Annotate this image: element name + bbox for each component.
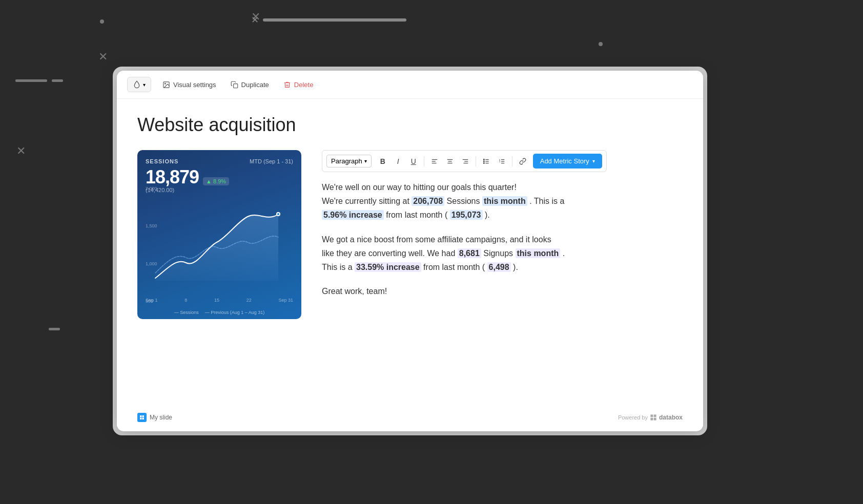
story-para1-line1: We're well on our way to hitting our goa… [322,183,517,192]
chart-x-label-2: 8 [184,298,187,303]
story-signups-value: 8,681 [458,248,481,258]
align-right-button[interactable] [458,154,472,169]
svg-point-19 [483,162,484,163]
chart-y-label-1: 2,000 [146,186,157,191]
visual-settings-button[interactable]: Visual settings [159,79,219,91]
databox-brand-text: databox [659,414,683,421]
underline-button[interactable]: U [406,154,421,169]
story-from-1: from last month ( [384,211,450,219]
chart-label: SESSIONS [146,158,178,164]
chart-header: SESSIONS MTD (Sep 1 - 31) [146,158,293,164]
bold-icon: B [380,157,385,165]
progress-close-icon[interactable]: ✕ [251,14,259,26]
story-prev-value-1: 195,073 [450,210,483,220]
story-para1-line2-end: . This is a [527,197,565,205]
story-prev-end-2: ). [511,263,518,271]
svg-rect-31 [654,418,656,421]
story-this-month-1: this month [482,196,527,206]
italic-icon: I [397,157,399,165]
bold-button[interactable]: B [376,154,390,169]
paragraph-label: Paragraph [331,157,362,165]
story-text[interactable]: We're well on our way to hitting our goa… [322,180,683,298]
story-para1-line2-start: We're currently sitting at [322,197,412,205]
slide-title: Website acquisition [137,114,683,136]
story-para3: Great work, team! [322,287,387,296]
duplicate-button[interactable]: Duplicate [228,79,272,91]
svg-point-4 [277,213,279,215]
legend-sessions: — Sessions [174,310,199,315]
story-this-month-2: this month [516,248,561,258]
top-toolbar: ▾ Visual settings Duplicate [117,71,703,99]
align-left-icon [431,158,438,165]
story-increase-1: 5.96% increase [322,210,384,220]
svg-rect-30 [650,418,653,421]
chart-widget: SESSIONS MTD (Sep 1 - 31) 18,879 ▲ 8.9% … [137,150,301,319]
format-divider-2 [476,156,476,166]
story-para2-line3-start: This is a [322,263,355,271]
story-signups-label: Signups [481,249,516,258]
legend-previous: — Previous (Aug 1 – Aug 31) [205,310,265,315]
bullet-list-icon [483,158,490,165]
dropdown-icon: ▾ [143,82,146,88]
chart-period: MTD (Sep 1 - 31) [250,158,293,164]
story-increase-2: 33.59% increase [355,262,421,272]
add-metric-story-button[interactable]: Add Metric Story ▾ [533,154,602,169]
svg-rect-29 [654,414,656,417]
chart-x-label-5: Sep 31 [278,298,293,303]
align-right-icon [462,158,469,165]
slide-body: SESSIONS MTD (Sep 1 - 31) 18,879 ▲ 8.9% … [137,150,683,319]
format-divider-1 [424,156,424,166]
story-prev-end-1: ). [483,211,490,219]
powered-by: Powered by databox [618,414,683,421]
link-button[interactable] [516,154,530,169]
chart-x-label-4: 22 [246,298,252,303]
powered-by-label: Powered by [618,414,648,421]
chart-badge: ▲ 8.9% [203,177,229,185]
align-center-icon [446,158,454,165]
svg-rect-28 [650,414,653,417]
select-chevron-icon: ▾ [364,158,367,164]
story-sessions-label: Sessions [444,197,482,205]
link-icon [519,158,526,165]
numbered-list-icon: 2. [498,158,505,165]
slide-name-text: My slide [150,414,172,421]
svg-text:2.: 2. [499,160,500,163]
slide-card: ▾ Visual settings Duplicate [117,71,703,431]
theme-button[interactable]: ▾ [127,77,151,92]
slide-content: Website acquisition SESSIONS MTD (Sep 1 … [117,99,703,430]
story-paragraph-3: Great work, team! [322,284,683,298]
slide-name-row: My slide [137,413,172,422]
story-sessions-value: 206,708 [412,196,444,206]
slide-footer: My slide Powered by databox [137,413,683,422]
numbered-list-button[interactable]: 2. [495,154,509,169]
paragraph-select[interactable]: Paragraph ▾ [326,155,372,167]
story-para2-line1: We got a nice boost from some affiliate … [322,235,551,244]
trash-icon [283,81,291,89]
svg-rect-24 [140,415,142,417]
visual-settings-label: Visual settings [173,81,216,89]
story-paragraph-1: We're well on our way to hitting our goa… [322,180,683,222]
underline-icon: U [411,157,416,165]
svg-point-1 [165,83,166,84]
duplicate-label: Duplicate [241,81,269,89]
chart-value-row: 18,879 ▲ 8.9% [146,166,293,188]
italic-button[interactable]: I [391,154,405,169]
add-metric-chevron-icon: ▾ [592,158,595,164]
databox-logo-icon [650,414,657,421]
chart-x-axis: Sep 1 8 15 22 Sep 31 [146,298,293,303]
align-left-button[interactable] [427,154,442,169]
svg-point-18 [483,161,484,162]
align-center-button[interactable] [443,154,457,169]
svg-rect-27 [142,418,145,420]
delete-label: Delete [294,81,314,89]
format-toolbar: Paragraph ▾ B I U [322,150,607,172]
add-metric-label: Add Metric Story [540,157,589,165]
droplet-icon [133,80,141,89]
duplicate-icon [231,81,238,89]
story-para2-line2-start: like they are converting well. We had [322,249,458,258]
progress-bar [263,18,406,22]
bullet-list-button[interactable] [479,154,494,169]
delete-button[interactable]: Delete [280,79,317,91]
svg-rect-25 [142,415,145,417]
format-divider-3 [512,156,512,166]
